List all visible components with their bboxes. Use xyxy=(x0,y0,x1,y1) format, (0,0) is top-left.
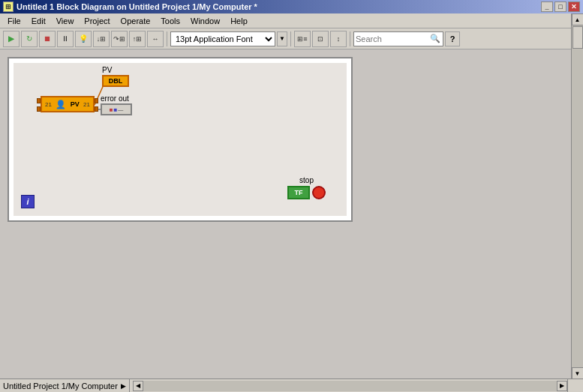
toolbar-separator-3 xyxy=(350,31,350,46)
font-selector[interactable]: 13pt Application Font xyxy=(170,31,275,46)
highlight-button[interactable]: 💡 xyxy=(75,31,92,47)
right-scrollbar: ▲ ▼ xyxy=(571,13,583,379)
warning-button[interactable]: ↔ xyxy=(147,31,164,47)
title-bar: ⊞ Untitled 1 Block Diagram on Untitled P… xyxy=(0,0,583,13)
menu-bar: File Edit View Project Operate Tools Win… xyxy=(0,13,583,28)
status-arrow-icon: ▶ xyxy=(121,382,126,390)
scroll-corner xyxy=(571,379,583,392)
pv-left-terminal-1 xyxy=(37,98,41,103)
title-bar-buttons: _ □ ✕ xyxy=(541,1,580,12)
font-dropdown-arrow[interactable]: ▼ xyxy=(277,31,287,46)
scroll-down-arrow[interactable]: ▼ xyxy=(572,367,584,379)
menu-file[interactable]: File xyxy=(3,15,26,27)
app-icon: ⊞ xyxy=(3,1,14,12)
pv-block[interactable]: 21 👤 PV 21 xyxy=(41,96,95,112)
error-out-node[interactable]: ■ ■ — xyxy=(101,103,132,115)
pv-top-label: PV xyxy=(102,66,112,74)
error-out-label: error out xyxy=(101,94,129,103)
search-box: 🔍 xyxy=(353,31,443,46)
main-area: PV DBL error out ■ ■ — xyxy=(0,49,571,379)
step-out-button[interactable]: ↑⊞ xyxy=(129,31,146,47)
toolbar-separator-1 xyxy=(167,31,167,46)
step-over-button[interactable]: ↷⊞ xyxy=(111,31,128,47)
maximize-button[interactable]: □ xyxy=(554,1,566,12)
close-button[interactable]: ✕ xyxy=(568,1,580,12)
distribute-button[interactable]: ⊡ xyxy=(312,31,329,47)
info-icon[interactable]: i xyxy=(21,195,35,208)
scroll-track-bottom[interactable] xyxy=(143,381,557,391)
pv-number-left: 21 xyxy=(45,101,52,108)
menu-edit[interactable]: Edit xyxy=(27,15,50,27)
abort-button[interactable]: ⏹ xyxy=(39,31,56,47)
toolbar-separator-2 xyxy=(290,31,291,46)
title-bar-left: ⊞ Untitled 1 Block Diagram on Untitled P… xyxy=(3,1,257,12)
scroll-right-arrow[interactable]: ▶ xyxy=(557,381,567,391)
reorder-button[interactable]: ↕ xyxy=(330,31,347,47)
menu-project[interactable]: Project xyxy=(80,15,114,27)
toolbar: ▶ ↻ ⏹ ⏸ 💡 ↓⊞ ↷⊞ ↑⊞ ↔ 13pt Application Fo… xyxy=(0,28,583,49)
step-into-button[interactable]: ↓⊞ xyxy=(93,31,110,47)
run-arrow-button[interactable]: ▶ xyxy=(3,31,20,47)
pv-right-terminal-1 xyxy=(95,98,98,103)
stop-indicator[interactable] xyxy=(312,186,326,199)
run-continuously-button[interactable]: ↻ xyxy=(21,31,38,47)
diagram-inner: PV DBL error out ■ ■ — xyxy=(14,63,347,216)
pv-text: PV xyxy=(71,100,80,108)
pv-number-right: 21 xyxy=(83,101,90,108)
menu-window[interactable]: Window xyxy=(186,15,224,27)
stop-row: TF xyxy=(287,186,326,199)
stop-button[interactable]: TF xyxy=(287,186,310,199)
menu-tools[interactable]: Tools xyxy=(156,15,185,27)
scroll-up-arrow[interactable]: ▲ xyxy=(572,13,584,25)
pv-main-block[interactable]: 21 👤 PV 21 xyxy=(41,96,95,112)
search-icon[interactable]: 🔍 xyxy=(429,32,441,46)
dbl-node[interactable]: DBL xyxy=(102,75,129,87)
pv-left-terminal-2 xyxy=(37,106,41,112)
scroll-left-arrow[interactable]: ◀ xyxy=(133,381,143,391)
menu-help[interactable]: Help xyxy=(226,15,252,27)
minimize-button[interactable]: _ xyxy=(541,1,553,12)
pv-right-terminal-2 xyxy=(95,106,98,112)
scroll-track-right[interactable] xyxy=(572,25,584,367)
align-button[interactable]: ⊞≡ xyxy=(294,31,311,47)
stop-label: stop xyxy=(299,176,314,184)
block-diagram-canvas[interactable]: PV DBL error out ■ ■ — xyxy=(8,57,353,222)
status-bar: Untitled Project 1/My Computer ▶ ◀ ▶ xyxy=(0,379,583,392)
menu-operate[interactable]: Operate xyxy=(116,15,155,27)
search-input[interactable] xyxy=(356,34,429,43)
help-button[interactable]: ? xyxy=(445,31,460,46)
menu-view[interactable]: View xyxy=(52,15,79,27)
stop-area: stop TF xyxy=(287,176,326,199)
title-bar-text: Untitled 1 Block Diagram on Untitled Pro… xyxy=(17,2,257,11)
pause-button[interactable]: ⏸ xyxy=(57,31,74,47)
scroll-thumb-right[interactable] xyxy=(572,26,583,49)
status-text: Untitled Project 1/My Computer xyxy=(3,382,118,391)
pv-person-icon: 👤 xyxy=(56,100,66,109)
